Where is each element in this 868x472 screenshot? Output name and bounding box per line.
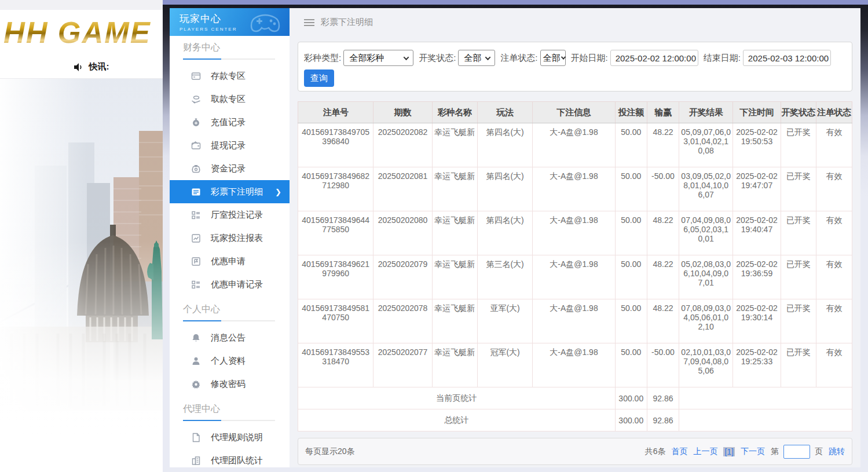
sidebar-item-deposit[interactable]: 存款专区❯ bbox=[170, 64, 290, 87]
cell-win-loss: 48.22 bbox=[647, 255, 679, 299]
left-top-strip bbox=[0, 0, 163, 10]
sidebar-item-promo-apply[interactable]: 优惠申请❯ bbox=[170, 250, 290, 273]
news-label: 快讯: bbox=[89, 61, 109, 72]
col-header-period: 期数 bbox=[373, 102, 432, 123]
col-header-lottery-name: 彩种名称 bbox=[432, 102, 477, 123]
summary-empty bbox=[679, 387, 852, 409]
per-page-label: 每页显示20条 bbox=[305, 447, 355, 457]
page-number-input[interactable] bbox=[783, 445, 810, 459]
col-header-bet-amount: 投注额 bbox=[615, 102, 647, 123]
cell-win-loss: -50.00 bbox=[647, 167, 679, 211]
cell-draw-result: 05,02,08,03,06,10,04,09,07,01 bbox=[679, 255, 733, 299]
lottery-bet-detail-icon bbox=[191, 187, 201, 197]
bet-status-select[interactable]: 全部 bbox=[540, 50, 566, 66]
cell-period: 20250202078 bbox=[373, 299, 432, 343]
col-header-bet-time: 下注时间 bbox=[733, 102, 781, 123]
cell-lottery-name: 幸运飞艇新 bbox=[432, 123, 477, 167]
first-page-link[interactable]: 首页 bbox=[671, 447, 687, 457]
end-date-label: 结束日期: bbox=[704, 53, 741, 64]
prev-page-link[interactable]: 上一页 bbox=[693, 447, 717, 457]
sidebar-item-room-bet-record[interactable]: 厅室投注记录❯ bbox=[170, 203, 290, 226]
sidebar-item-bell[interactable]: 消息公告❯ bbox=[170, 326, 290, 349]
cell-period: 20250202082 bbox=[373, 123, 432, 167]
hamburger-menu-icon[interactable] bbox=[304, 19, 314, 26]
sidebar-item-label: 厅室投注记录 bbox=[211, 210, 263, 221]
chevron-down-icon bbox=[485, 54, 491, 60]
withdraw-icon bbox=[191, 94, 201, 104]
cell-bet-info: 大-A盘@1.98 bbox=[533, 343, 615, 387]
sidebar-item-funds-record[interactable]: 资金记录❯ bbox=[170, 157, 290, 180]
cell-period: 20250202077 bbox=[373, 343, 432, 387]
cell-bet-amount: 50.00 bbox=[615, 343, 647, 387]
cell-play-type: 第四名(大) bbox=[477, 123, 532, 167]
page-prefix: 第 bbox=[771, 447, 779, 457]
cell-draw-result: 03,09,05,02,08,01,04,10,06,07 bbox=[679, 167, 733, 211]
cell-bet-id: 401569173849621979960 bbox=[298, 255, 373, 299]
sidebar-item-user[interactable]: 个人资料❯ bbox=[170, 349, 290, 372]
sidebar-item-label: 资金记录 bbox=[211, 163, 246, 174]
sidebar-item-withdraw[interactable]: 取款专区❯ bbox=[170, 87, 290, 111]
cell-lottery-name: 幸运飞艇新 bbox=[432, 299, 477, 343]
chevron-right-icon: ❯ bbox=[275, 188, 281, 196]
deposit-icon bbox=[191, 71, 201, 81]
sidebar-item-lottery-bet-detail[interactable]: 彩票下注明细❯ bbox=[170, 180, 290, 203]
sidebar-item-doc[interactable]: 代理规则说明❯ bbox=[170, 426, 290, 449]
cell-draw-status: 已开奖 bbox=[781, 299, 816, 343]
page-title: 彩票下注明细 bbox=[321, 17, 373, 28]
chevron-down-icon bbox=[561, 54, 565, 59]
sidebar-item-label: 玩家投注报表 bbox=[211, 233, 263, 244]
sidebar-item-label: 提现记录 bbox=[211, 140, 246, 151]
cityscape-background bbox=[0, 79, 163, 472]
table-header-row: 注单号期数彩种名称玩法下注信息投注额输赢开奖结果下注时间开奖状态注单状态 bbox=[298, 102, 852, 123]
page-titlebar: 彩票下注明细 bbox=[290, 8, 860, 36]
cell-lottery-name: 幸运飞艇新 bbox=[432, 343, 477, 387]
cell-bet-info: 大-A盘@1.98 bbox=[533, 167, 615, 211]
cell-bet-time: 2025-02-02 19:47:07 bbox=[733, 167, 781, 211]
draw-status-select[interactable]: 全部 bbox=[458, 50, 495, 66]
cell-play-type: 第四名(大) bbox=[477, 211, 532, 255]
sidebar-item-label: 取款专区 bbox=[211, 94, 246, 105]
end-date-input[interactable] bbox=[743, 50, 831, 66]
speaker-icon bbox=[74, 63, 84, 72]
summary-row: 总统计300.0092.86 bbox=[298, 409, 852, 431]
user-icon bbox=[191, 356, 201, 366]
search-button[interactable]: 查询 bbox=[304, 69, 334, 87]
col-header-bet-status: 注单状态 bbox=[816, 102, 852, 123]
next-page-link[interactable]: 下一页 bbox=[741, 447, 765, 457]
cell-period: 20250202079 bbox=[373, 255, 432, 299]
sidebar-item-withdraw-record[interactable]: 提现记录❯ bbox=[170, 134, 290, 157]
cell-play-type: 第四名(大) bbox=[477, 167, 532, 211]
cell-bet-id: 401569173849682712980 bbox=[298, 167, 373, 211]
cell-win-loss: 48.22 bbox=[647, 211, 679, 255]
sidebar-item-player-bet-report[interactable]: 玩家投注报表❯ bbox=[170, 226, 290, 250]
table-row: 40156917384958147075020250202078幸运飞艇新亚军(… bbox=[298, 299, 852, 343]
bets-table: 注单号期数彩种名称玩法下注信息投注额输赢开奖结果下注时间开奖状态注单状态 401… bbox=[298, 101, 852, 431]
sidebar-item-label: 存款专区 bbox=[211, 71, 246, 82]
cell-play-type: 亚军(大) bbox=[477, 299, 532, 343]
sidebar-item-building[interactable]: 代理团队统计❯ bbox=[170, 449, 290, 467]
table-row: 40156917384955331847020250202077幸运飞艇新冠军(… bbox=[298, 343, 852, 387]
summary-bet-amount: 300.00 bbox=[615, 409, 647, 431]
app-region: 玩家中心 PLAYERS CENTER 财务中心存款专区❯取款专区❯充值记录❯提… bbox=[163, 0, 868, 472]
col-header-bet-id: 注单号 bbox=[298, 102, 373, 123]
building-icon bbox=[191, 456, 201, 466]
sidebar-item-recharge-record[interactable]: 充值记录❯ bbox=[170, 111, 290, 134]
cell-draw-status: 已开奖 bbox=[781, 123, 816, 167]
lottery-type-select[interactable]: 全部彩种 bbox=[343, 50, 413, 66]
cell-play-type: 冠军(大) bbox=[477, 343, 532, 387]
sidebar-item-promo-apply-record[interactable]: 优惠申请记录❯ bbox=[170, 273, 290, 296]
jump-link[interactable]: 跳转 bbox=[829, 447, 845, 457]
gear-icon bbox=[191, 379, 201, 389]
cell-bet-status: 有效 bbox=[816, 299, 852, 343]
summary-bet-amount: 300.00 bbox=[615, 387, 647, 409]
sidebar-section-title: 财务中心 bbox=[183, 42, 275, 60]
lottery-type-label: 彩种类型: bbox=[304, 53, 341, 64]
sidebar-item-label: 修改密码 bbox=[211, 379, 246, 390]
col-header-draw-result: 开奖结果 bbox=[679, 102, 733, 123]
cell-bet-time: 2025-02-02 19:50:53 bbox=[733, 123, 781, 167]
sidebar-item-gear[interactable]: 修改密码❯ bbox=[170, 372, 290, 396]
start-date-input[interactable] bbox=[610, 50, 698, 66]
sidebar: 玩家中心 PLAYERS CENTER 财务中心存款专区❯取款专区❯充值记录❯提… bbox=[170, 8, 290, 467]
total-count: 共6条 bbox=[645, 447, 666, 457]
summary-win-loss: 92.86 bbox=[647, 387, 679, 409]
